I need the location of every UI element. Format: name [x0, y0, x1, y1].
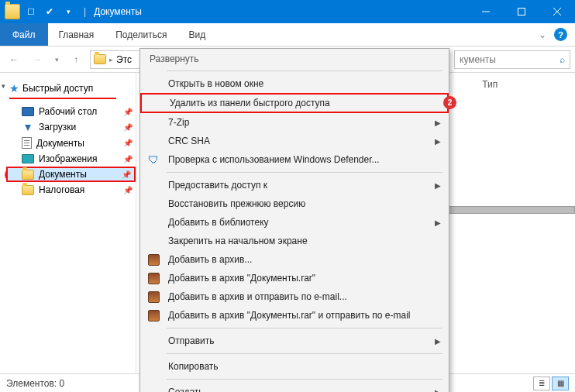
- recent-dropdown[interactable]: ▾: [51, 50, 62, 69]
- menu-add-archive[interactable]: Добавить в архив...: [140, 250, 449, 269]
- chevron-right-icon: ▸: [109, 56, 113, 64]
- menu-defender[interactable]: 🛡Проверка с использованием Windows Defen…: [140, 150, 449, 169]
- search-input[interactable]: [460, 54, 545, 65]
- quick-access-toolbar: ☐ ✔ ▾: [0, 4, 81, 19]
- pin-icon: 📌: [123, 186, 133, 194]
- menu-crc-sha[interactable]: CRC SHA▶: [140, 132, 449, 150]
- menu-label: Добавить в архив "Документы.rar" и отпра…: [168, 310, 411, 321]
- quick-access-header[interactable]: ★ Быстрый доступ: [9, 81, 116, 99]
- menu-label: Восстановить прежнюю версию: [168, 198, 305, 209]
- pin-icon: 📌: [122, 170, 131, 179]
- sidebar-item-pictures[interactable]: Изображения 📌: [6, 151, 136, 167]
- submenu-arrow-icon: ▶: [435, 218, 441, 227]
- view-details-button[interactable]: ≣: [533, 377, 550, 390]
- scrollbar-horizontal[interactable]: [443, 206, 575, 214]
- sidebar-item-desktop[interactable]: Рабочий стол 📌: [6, 104, 136, 119]
- context-menu: Развернуть Открыть в новом окне Удалить …: [139, 48, 449, 392]
- close-button[interactable]: [539, 0, 575, 23]
- tab-home[interactable]: Главная: [48, 23, 105, 46]
- search-icon[interactable]: ⌕: [560, 54, 565, 65]
- maximize-button[interactable]: [504, 0, 539, 23]
- menu-label: Копировать: [168, 361, 219, 372]
- separator: [167, 172, 442, 173]
- menu-remove-quick-access[interactable]: Удалить из панели быстрого доступа: [140, 93, 449, 113]
- menu-copy[interactable]: Копировать: [140, 357, 449, 376]
- menu-add-archive-rar-email[interactable]: Добавить в архив "Документы.rar" и отпра…: [140, 306, 449, 325]
- sidebar-item-label: Документы: [39, 169, 87, 180]
- separator: [167, 328, 442, 328]
- sidebar-item-label: Загрузки: [39, 122, 76, 132]
- qat-dropdown-icon[interactable]: ▾: [60, 4, 76, 19]
- pin-icon: 📌: [123, 155, 133, 163]
- submenu-arrow-icon: ▶: [435, 119, 441, 127]
- minimize-button[interactable]: [468, 0, 504, 23]
- menu-label: Удалить из панели быстрого доступа: [170, 98, 330, 108]
- window-title: Документы: [94, 6, 142, 17]
- menu-restore[interactable]: Восстановить прежнюю версию: [140, 194, 449, 213]
- desktop-icon: [22, 107, 34, 116]
- archive-icon: [146, 253, 160, 266]
- tab-view[interactable]: Вид: [177, 23, 216, 46]
- close-icon: [553, 8, 561, 15]
- archive-icon: [146, 290, 160, 304]
- nav-pane: ▾ ★ Быстрый доступ Рабочий стол 📌 Загруз…: [0, 73, 136, 373]
- downloads-icon: [22, 123, 34, 131]
- forward-button[interactable]: →: [28, 50, 46, 69]
- folder-icon: [5, 4, 20, 19]
- menu-open-new-window[interactable]: Открыть в новом окне: [140, 74, 449, 93]
- search-box[interactable]: ⌕: [454, 50, 570, 69]
- menu-label: Открыть в новом окне: [168, 78, 263, 89]
- back-button[interactable]: ←: [5, 50, 23, 69]
- archive-icon: [146, 271, 160, 285]
- menu-share[interactable]: Предоставить доступ к▶: [140, 176, 449, 194]
- folder-icon: [22, 170, 34, 180]
- up-button[interactable]: ↑: [67, 50, 85, 69]
- svg-rect-1: [518, 9, 525, 15]
- archive-icon: [146, 308, 160, 322]
- status-item-count: Элементов: 0: [6, 378, 64, 389]
- sidebar-item-documents-selected[interactable]: Документы 📌: [6, 167, 136, 182]
- separator: [167, 379, 442, 380]
- pin-icon: 📌: [123, 123, 133, 132]
- submenu-arrow-icon: ▶: [435, 337, 441, 346]
- menu-label: Добавить в архив и отправить по e-mail..…: [168, 291, 347, 302]
- tab-share[interactable]: Поделиться: [105, 23, 177, 46]
- sidebar-item-documents[interactable]: Документы 📌: [6, 135, 136, 151]
- menu-add-archive-email[interactable]: Добавить в архив и отправить по e-mail..…: [140, 287, 449, 306]
- document-icon: [22, 137, 32, 149]
- tab-file[interactable]: Файл: [0, 23, 48, 46]
- menu-label: Добавить в библиотеку: [168, 217, 269, 228]
- menu-label: Добавить в архив "Документы.rar": [168, 273, 315, 284]
- properties-icon[interactable]: ☐: [23, 4, 39, 19]
- column-label: Тип: [482, 79, 498, 90]
- help-icon[interactable]: ?: [554, 28, 567, 41]
- menu-label: CRC SHA: [168, 136, 210, 146]
- sidebar-item-label: Налоговая: [39, 184, 84, 195]
- context-menu-header[interactable]: Развернуть: [140, 49, 449, 67]
- sidebar-item-tax[interactable]: Налоговая 📌: [6, 182, 136, 198]
- caption-buttons: [468, 0, 575, 23]
- submenu-arrow-icon: ▶: [435, 137, 441, 146]
- sidebar-item-downloads[interactable]: Загрузки 📌: [6, 119, 136, 135]
- column-type[interactable]: Тип: [482, 79, 498, 90]
- ribbon-help: ⌄ ?: [539, 23, 575, 46]
- menu-send-to[interactable]: Отправить▶: [140, 332, 449, 350]
- star-icon: ★: [9, 82, 19, 95]
- menu-create[interactable]: Создать▶: [140, 383, 449, 392]
- check-icon[interactable]: ✔: [42, 4, 57, 19]
- sidebar-item-label: Документы: [36, 138, 84, 149]
- menu-label: 7-Zip: [168, 117, 189, 128]
- menu-label: Добавить в архив...: [168, 254, 252, 265]
- menu-add-archive-rar[interactable]: Добавить в архив "Документы.rar": [140, 269, 449, 287]
- menu-7zip[interactable]: 7-Zip▶: [140, 113, 449, 132]
- view-icons-button[interactable]: ▦: [552, 377, 569, 390]
- menu-library[interactable]: Добавить в библиотеку▶: [140, 213, 449, 232]
- menu-label: Создать: [168, 387, 204, 392]
- separator: [167, 353, 442, 354]
- menu-pin-start[interactable]: Закрепить на начальном экране: [140, 232, 449, 250]
- menu-label: Проверка с использованием Windows Defend…: [168, 154, 380, 165]
- chevron-down-icon[interactable]: ▾: [2, 82, 5, 90]
- minimize-icon: [482, 8, 490, 15]
- chevron-down-icon[interactable]: ⌄: [539, 29, 546, 40]
- sidebar-item-label: Рабочий стол: [39, 106, 97, 117]
